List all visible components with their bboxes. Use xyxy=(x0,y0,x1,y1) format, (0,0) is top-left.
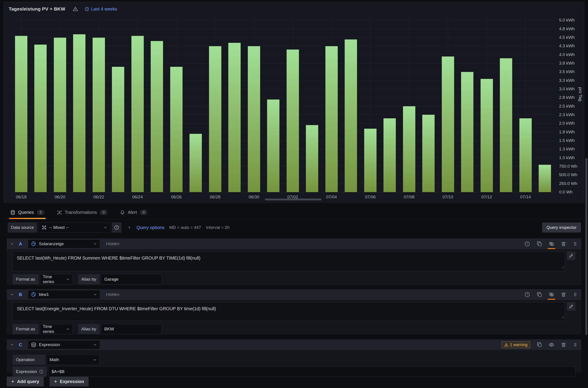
query-help-icon[interactable]: ? xyxy=(524,241,530,247)
warning-badge[interactable]: 1 warning xyxy=(501,341,530,348)
bar[interactable] xyxy=(170,67,182,192)
tab-alert[interactable]: Alert 0 xyxy=(119,206,149,219)
query-ref-letter[interactable]: B xyxy=(19,292,22,297)
query-header-b[interactable]: B bkw1 Hidden ? xyxy=(7,289,581,300)
eye-slash-icon[interactable] xyxy=(549,241,554,247)
bar[interactable] xyxy=(73,34,85,192)
bar[interactable] xyxy=(403,106,415,192)
query-b-datasource-picker[interactable]: bkw1 xyxy=(28,290,100,299)
pencil-icon[interactable] xyxy=(567,302,575,311)
bar[interactable] xyxy=(306,125,318,192)
pencil-icon[interactable] xyxy=(567,251,575,260)
bar-chart[interactable] xyxy=(11,17,555,192)
bar[interactable] xyxy=(364,129,377,192)
bar[interactable] xyxy=(287,49,299,192)
bar[interactable] xyxy=(442,56,454,192)
bar[interactable] xyxy=(151,41,163,192)
query-a-editor[interactable]: SELECT last(Wh_Heute) FROM Summen WHERE … xyxy=(13,251,565,271)
x-tick-label: 07/10 xyxy=(442,194,453,199)
bar[interactable] xyxy=(228,43,241,192)
chevron-down-icon xyxy=(66,277,70,281)
y-tick-label: 2.8 kWh xyxy=(559,95,575,100)
query-a-datasource-picker[interactable]: Solaranzeige xyxy=(28,239,100,248)
y-tick-label: 3.5 kWh xyxy=(559,69,575,74)
info-circle-icon[interactable] xyxy=(39,369,44,374)
duplicate-query-icon[interactable] xyxy=(537,291,542,297)
duplicate-query-icon[interactable] xyxy=(537,241,542,247)
warning-triangle-icon[interactable] xyxy=(73,6,78,12)
chevron-down-icon xyxy=(93,242,97,246)
alias-input[interactable] xyxy=(101,274,161,285)
bar-slot xyxy=(361,17,380,192)
plot-area[interactable] xyxy=(11,17,555,192)
drag-handle-icon[interactable] xyxy=(573,241,578,246)
bar[interactable] xyxy=(248,46,260,192)
bar[interactable] xyxy=(422,115,435,192)
resize-handle-icon[interactable] xyxy=(562,264,564,270)
eye-icon[interactable] xyxy=(549,342,554,348)
bar[interactable] xyxy=(112,67,124,192)
y-tick-label: 3.0 kWh xyxy=(559,87,575,92)
bar[interactable] xyxy=(209,46,221,192)
format-as-select[interactable]: Time series xyxy=(40,324,73,334)
bar[interactable] xyxy=(54,38,66,192)
chevron-down-icon xyxy=(93,292,97,296)
tab-transformations[interactable]: Transformations 0 xyxy=(56,206,109,219)
help-circle-icon[interactable]: ? xyxy=(112,222,122,233)
resize-handle-icon[interactable] xyxy=(562,314,564,320)
bar[interactable] xyxy=(500,58,512,192)
page-scrollbar[interactable] xyxy=(585,158,587,335)
chevron-down-icon[interactable] xyxy=(10,293,14,296)
chevron-down-icon[interactable] xyxy=(10,242,14,246)
bar[interactable] xyxy=(15,36,27,192)
datasource-picker[interactable]: -- Mixed -- xyxy=(39,222,110,233)
query-c-datasource-picker[interactable]: Expression xyxy=(28,340,100,349)
chart-horizontal-scrollbar[interactable] xyxy=(265,199,321,200)
operation-select[interactable]: Math xyxy=(47,355,100,365)
bar[interactable] xyxy=(325,46,338,192)
query-b-editor[interactable]: SELECT last(Energie_Inverter_Heute) FROM… xyxy=(13,302,565,321)
trash-icon[interactable] xyxy=(561,291,566,297)
bar[interactable] xyxy=(34,45,47,192)
query-ref-letter[interactable]: A xyxy=(19,242,22,246)
chevron-right-icon[interactable] xyxy=(127,225,131,230)
x-tick-label: 07/04 xyxy=(326,194,337,199)
query-ref-letter[interactable]: C xyxy=(19,342,22,347)
time-range-picker[interactable]: Last 4 weeks xyxy=(84,6,117,12)
bar[interactable] xyxy=(267,99,280,192)
x-tick-label: 07/08 xyxy=(404,194,414,199)
duplicate-query-icon[interactable] xyxy=(537,342,542,348)
tab-count-badge: 0 xyxy=(100,210,107,215)
bar[interactable] xyxy=(461,72,473,192)
y-tick-label: 4.3 kWh xyxy=(559,44,575,48)
add-expression-button[interactable]: + Expression xyxy=(50,377,89,387)
trash-icon[interactable] xyxy=(561,241,566,247)
bar[interactable] xyxy=(539,165,551,192)
bar[interactable] xyxy=(93,38,105,192)
drag-handle-icon[interactable] xyxy=(573,292,578,297)
trash-icon[interactable] xyxy=(561,342,566,348)
bar[interactable] xyxy=(519,118,532,192)
chevron-down-icon[interactable] xyxy=(10,343,14,346)
query-header-c[interactable]: C Expression 1 warning xyxy=(7,339,581,350)
query-help-icon[interactable]: ? xyxy=(524,291,530,297)
bar[interactable] xyxy=(383,118,396,192)
bar-slot xyxy=(303,17,322,192)
bar[interactable] xyxy=(345,39,357,192)
bar[interactable] xyxy=(189,134,202,192)
plus-icon: + xyxy=(54,379,57,384)
bar[interactable] xyxy=(481,79,493,192)
query-options-toggle[interactable]: Query options xyxy=(136,225,164,230)
query-header-a[interactable]: A Solaranzeige Hidden ? xyxy=(7,239,581,249)
drag-handle-icon[interactable] xyxy=(573,342,578,347)
add-query-button[interactable]: + Add query xyxy=(7,377,44,387)
x-tick-label: 06/18 xyxy=(16,194,26,199)
bar[interactable] xyxy=(131,36,144,192)
format-as-select[interactable]: Time series xyxy=(40,274,73,285)
alias-input[interactable] xyxy=(101,324,161,334)
query-inspector-button[interactable]: Query inspector xyxy=(542,222,581,232)
eye-slash-icon[interactable] xyxy=(549,291,554,297)
tab-queries[interactable]: Queries 3 xyxy=(9,206,46,219)
plus-icon: + xyxy=(11,379,14,384)
expression-input[interactable] xyxy=(48,366,575,377)
